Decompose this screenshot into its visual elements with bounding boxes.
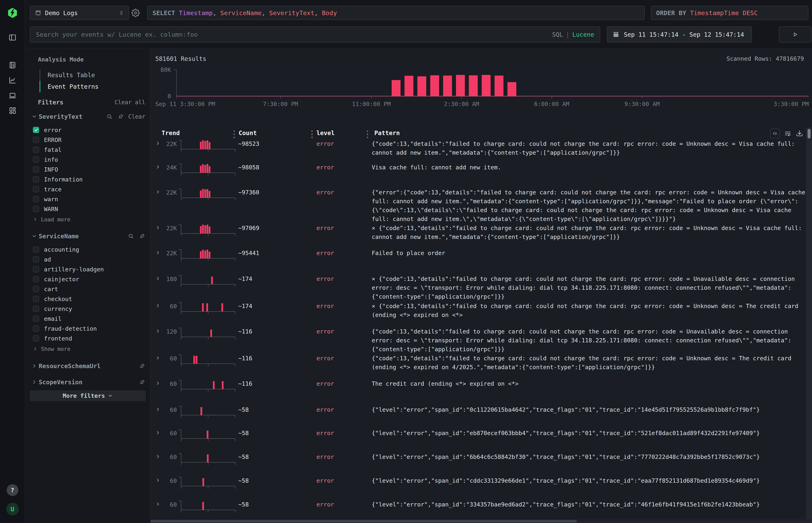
pattern-row[interactable]: 60~58error{"level":"error","span_id":"6b… (151, 449, 806, 472)
nav-dashboards-icon[interactable] (6, 105, 19, 116)
row-expand-icon[interactable] (155, 164, 161, 169)
pattern-row[interactable]: 60~116error{"code":13,"details":"failed … (151, 350, 806, 375)
nav-chart-icon[interactable] (6, 74, 19, 86)
checkbox-unchecked[interactable] (33, 325, 39, 332)
row-expand-icon[interactable] (155, 454, 161, 459)
filter-option-trace[interactable]: trace (25, 184, 150, 194)
checkbox-unchecked[interactable] (33, 196, 39, 202)
histogram-bar[interactable] (482, 75, 491, 96)
filter-option-accounting[interactable]: accounting (25, 245, 150, 254)
checkbox-unchecked[interactable] (33, 266, 39, 272)
row-expand-icon[interactable] (155, 225, 161, 230)
row-expand-icon[interactable] (155, 477, 161, 483)
nav-sessions-icon[interactable] (6, 89, 19, 102)
pattern-row[interactable]: 60~116errorThe credit card (ending <*> e… (151, 375, 806, 401)
row-expand-icon[interactable] (155, 189, 161, 195)
checkbox-unchecked[interactable] (33, 147, 39, 153)
histogram-bar[interactable] (430, 75, 439, 96)
filter-search-button[interactable] (106, 113, 112, 120)
filter-group-header-ResourceSchemaUrl[interactable]: ResourceSchemaUrl (25, 360, 150, 373)
histogram-bar[interactable] (456, 75, 465, 96)
filter-option-currency[interactable]: currency (25, 304, 150, 314)
query-language-toggle[interactable]: SQL|Lucene (552, 31, 594, 38)
checkbox-unchecked[interactable] (33, 296, 39, 302)
pattern-row[interactable]: 120~116error{"code":13,"details":"failed… (151, 323, 806, 350)
histogram-bar[interactable] (495, 76, 504, 96)
row-expand-icon[interactable] (155, 501, 161, 507)
analysis-mode-option-results-table[interactable]: Results Table (39, 69, 144, 81)
histogram-bar[interactable] (469, 75, 478, 96)
row-expand-icon[interactable] (155, 303, 161, 308)
filter-option-error[interactable]: error (25, 125, 150, 135)
pattern-row[interactable]: 60~58error{"level":"error","span_id":"33… (151, 496, 806, 519)
time-range-picker[interactable]: Sep 11 15:47:14 - Sep 12 15:47:14 (607, 26, 752, 42)
checkbox-checked[interactable] (33, 127, 39, 133)
horizontal-scrollbar-thumb[interactable] (151, 520, 577, 522)
order-by-input[interactable]: ORDER BY TimestampTime DESC (651, 6, 808, 20)
filter-group-header-ScopeVersion[interactable]: ScopeVersion (25, 376, 150, 389)
filter-pin-button[interactable] (139, 379, 145, 385)
checkbox-unchecked[interactable] (33, 286, 39, 292)
row-expand-icon[interactable] (155, 276, 161, 281)
filter-option-cainjector[interactable]: cainjector (25, 274, 150, 284)
checkbox-unchecked[interactable] (33, 315, 39, 322)
search-input[interactable]: Search your events w/ Lucene ex. column:… (30, 26, 600, 42)
checkbox-unchecked[interactable] (33, 276, 39, 282)
filter-option-ad[interactable]: ad (25, 254, 150, 264)
load-more-button[interactable]: Load more (25, 214, 150, 225)
filter-option-artillery-loadgen[interactable]: artillery-loadgen (25, 264, 150, 274)
filter-option-ERROR[interactable]: ERROR (25, 135, 150, 145)
hyperdx-logo[interactable] (7, 7, 18, 19)
row-expand-icon[interactable] (155, 355, 161, 360)
pattern-row[interactable]: 22K~98523error{"code":13,"details":"fail… (151, 136, 806, 159)
filter-option-warn[interactable]: warn (25, 194, 150, 204)
filter-option-info[interactable]: info (25, 155, 150, 164)
checkbox-unchecked[interactable] (33, 335, 39, 342)
row-expand-icon[interactable] (155, 141, 161, 146)
row-expand-icon[interactable] (155, 430, 161, 435)
pattern-row[interactable]: 22K~97069error× {"code":13,"details":"fa… (151, 220, 806, 245)
pattern-row[interactable]: 60~174error× {"code":13,"details":"faile… (151, 298, 806, 323)
filter-option-WARN[interactable]: WARN (25, 204, 150, 214)
sidebar-toggle-icon[interactable] (6, 32, 19, 43)
filter-pin-button[interactable] (139, 233, 145, 239)
checkbox-unchecked[interactable] (33, 176, 39, 182)
source-settings-button[interactable] (130, 7, 141, 19)
filter-option-INFO[interactable]: INFO (25, 164, 150, 175)
more-filters-button[interactable]: More filters (30, 390, 146, 401)
checkbox-unchecked[interactable] (33, 186, 39, 192)
filter-clear-button[interactable]: Clear (128, 113, 145, 120)
filter-group-header-ServiceName[interactable]: ServiceName (25, 230, 150, 242)
histogram-bar[interactable] (392, 80, 401, 96)
row-expand-icon[interactable] (155, 381, 161, 386)
row-expand-icon[interactable] (155, 250, 161, 255)
pattern-row[interactable]: 24K~98058errorVisa cache full: cannot ad… (151, 159, 806, 184)
show-more-button[interactable]: Show more (25, 343, 150, 354)
pattern-row[interactable]: 180~174error× {"code":13,"details":"fail… (151, 271, 806, 298)
user-avatar[interactable]: U (6, 503, 19, 515)
checkbox-unchecked[interactable] (33, 157, 39, 163)
row-expand-icon[interactable] (155, 407, 161, 412)
pattern-row[interactable]: 22K~95441errorFailed to place order (151, 245, 806, 271)
clear-all-button[interactable]: Clear all (114, 99, 145, 106)
filter-option-fraud-detection[interactable]: fraud-detection (25, 324, 150, 333)
filter-search-button[interactable] (128, 233, 134, 239)
horizontal-scrollbar[interactable] (151, 519, 812, 523)
filter-option-checkout[interactable]: checkout (25, 294, 150, 304)
source-select[interactable]: Demo Logs (30, 6, 129, 20)
checkbox-unchecked[interactable] (33, 306, 39, 312)
histogram-bar[interactable] (405, 76, 413, 96)
sql-select-input[interactable]: SELECT Timestamp, ServiceName, SeverityT… (147, 6, 645, 20)
filter-pin-button[interactable] (139, 363, 145, 369)
histogram-bar[interactable] (508, 82, 516, 96)
mode-lucene-label[interactable]: Lucene (572, 31, 594, 38)
vertical-scrollbar-thumb[interactable] (808, 129, 811, 139)
pattern-row[interactable]: 60~58error{"level":"error","span_id":"cd… (151, 472, 806, 496)
checkbox-unchecked[interactable] (33, 256, 39, 263)
filter-option-frontend[interactable]: frontend (25, 333, 150, 343)
vertical-scrollbar[interactable] (806, 127, 812, 519)
run-query-button[interactable] (779, 26, 811, 42)
checkbox-unchecked[interactable] (33, 137, 39, 143)
filter-option-fatal[interactable]: fatal (25, 145, 150, 155)
histogram-bar[interactable] (417, 76, 426, 96)
